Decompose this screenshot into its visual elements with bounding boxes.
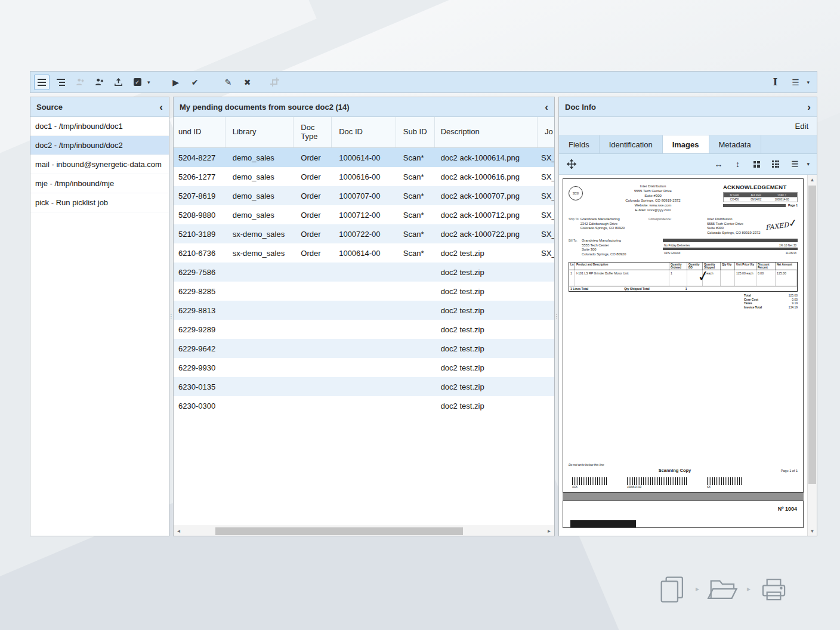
cell-doc-type [294,396,332,415]
cell-doc-id [332,262,396,282]
cell-inbound-id: 5207-8619 [174,186,226,205]
table-row[interactable]: 6229-8285 doc2 test.zip [174,282,554,301]
table-row[interactable]: 5210-3189 sx-demo_sales Order 1000722-00… [174,224,554,243]
cell-description: doc2 test.zip [435,243,538,262]
toolbar-left-group: ✓ ▾ ▶ ✔ ✎ ✖ [34,75,283,90]
fit-width-icon[interactable]: ↔ [712,158,724,171]
assign-check-icon[interactable]: ✓ [129,75,145,90]
table-row[interactable]: 6210-6736 sx-demo_sales Order 1000614-00… [174,243,554,262]
source-list-item[interactable]: doc1 - /tmp/inbound/doc1 [30,117,169,136]
detail-view-icon[interactable] [53,75,69,90]
scroll-left-icon[interactable]: ◄ [174,526,184,536]
cell-library: demo_sales [226,186,294,205]
cell-job: SX_ [538,148,554,167]
text-tool-icon[interactable]: I [767,75,783,90]
barcode: SX [707,477,742,489]
approve-icon[interactable]: ✔ [187,75,203,90]
documents-collapse-icon[interactable]: ‹ [545,102,548,112]
cell-doc-type: Order [294,224,332,243]
scroll-up-icon[interactable]: ▲ [808,175,817,184]
horizontal-scroll-thumb[interactable] [215,527,463,535]
table-row[interactable]: 5206-1277 demo_sales Order 1000616-00 Sc… [174,167,554,186]
column-header[interactable]: und ID [174,117,226,147]
table-row[interactable]: 6230-0300 doc2 test.zip [174,396,554,415]
tab[interactable]: Images [663,135,709,153]
table-row[interactable]: 5204-8227 demo_sales Order 1000614-00 Sc… [174,148,554,167]
image-menu-caret-icon[interactable]: ▾ [807,161,810,167]
column-header[interactable]: Doc Type [294,117,332,147]
table-row[interactable]: 6229-9930 doc2 test.zip [174,358,554,377]
column-header[interactable]: Jo [538,117,554,147]
cell-description: doc2 test.zip [435,358,538,377]
cell-description: doc2 test.zip [435,377,538,396]
documents-table-body: 5204-8227 demo_sales Order 1000614-00 Sc… [174,148,554,526]
source-item-label: mail - inbound@synergetic-data.com [35,160,162,169]
do-not-write-note: Do not write below this line [569,463,798,467]
remove-user-icon[interactable] [91,75,107,90]
documents-panel-header: My pending documents from source doc2 (1… [174,97,554,117]
cell-inbound-id: 6229-8813 [174,301,226,320]
source-collapse-icon[interactable]: ‹ [159,102,163,112]
scroll-right-icon[interactable]: ► [544,526,554,536]
vertical-scroll-thumb[interactable] [808,186,816,484]
table-row[interactable]: 5208-9880 demo_sales Order 1000712-00 Sc… [174,205,554,224]
cell-doc-id [332,377,396,396]
table-row[interactable]: 6229-9289 doc2 test.zip [174,320,554,339]
upload-icon[interactable] [110,75,126,90]
menu-caret-icon[interactable]: ▾ [807,79,810,85]
scroll-down-icon[interactable]: ▼ [808,526,817,536]
source-list-item[interactable]: mje - /tmp/inbound/mje [30,174,169,193]
bill-to-label: Bill To: [569,239,582,257]
edit-button[interactable]: Edit [795,122,808,131]
fit-height-icon[interactable]: ↕ [731,158,743,171]
cell-library [226,339,294,358]
edit-document-icon[interactable]: ✎ [221,75,236,90]
cell-doc-id [332,282,396,301]
source-list-item[interactable]: doc2 - /tmp/inbound/doc2 [30,136,169,155]
line-items-table: Ln Product and Description Quantity Orde… [569,262,798,292]
table-row[interactable]: 5207-8619 demo_sales Order 1000707-00 Sc… [174,186,554,205]
pan-move-icon[interactable] [564,156,579,172]
image-menu-icon[interactable]: ☰ [789,158,801,171]
cell-library [226,358,294,377]
table-row[interactable]: 6230-0135 doc2 test.zip [174,377,554,396]
source-item-label: mje - /tmp/inbound/mje [35,179,114,188]
source-list-item[interactable]: mail - inbound@synergetic-data.com [30,155,169,174]
column-header[interactable]: Doc ID [332,117,396,147]
cell-doc-type: Order [294,243,332,262]
horizontal-scrollbar[interactable]: ◄ ► [174,526,554,536]
run-icon[interactable]: ▶ [168,75,184,90]
terms: 1% 10 Net 30 [779,244,796,247]
routing-note: No Friday Deliveries [664,244,690,247]
cell-doc-id: 1000614-00 [332,243,396,262]
cell-inbound-id: 5206-1277 [174,167,226,186]
cell-sub-id [396,339,435,358]
page-separator [563,493,804,501]
vertical-scrollbar[interactable]: ▲ ▼ [807,175,817,536]
table-row[interactable]: 6229-9642 doc2 test.zip [174,339,554,358]
menu-icon[interactable]: ☰ [788,75,803,90]
cell-job [538,301,554,320]
cell-job [538,262,554,282]
table-row[interactable]: 6229-7586 doc2 test.zip [174,262,554,282]
list-view-icon[interactable] [34,75,50,90]
source-list-item[interactable]: pick - Run picklist job [30,193,169,212]
cell-job [538,396,554,415]
tab[interactable]: Identification [600,135,663,153]
grid-2x2-icon[interactable] [751,158,762,171]
doc-info-expand-icon[interactable]: › [807,102,811,112]
tab[interactable]: Metadata [709,135,761,153]
column-header[interactable]: Sub ID [396,117,435,147]
assign-caret-icon[interactable]: ▾ [147,79,150,85]
grid-3x3-icon[interactable] [770,158,782,171]
delete-icon[interactable]: ✖ [240,75,255,90]
tab[interactable]: Fields [559,135,600,153]
source-panel: Source ‹ doc1 - /tmp/inbound/doc1 doc2 -… [30,97,169,536]
column-header[interactable]: Library [226,117,294,147]
table-row[interactable]: 6229-8813 doc2 test.zip [174,301,554,320]
column-header[interactable]: Description [435,117,538,147]
routing-block: No Friday Deliveries 1% 10 Net 30 UPS Gr… [663,239,798,257]
documents-panel: My pending documents from source doc2 (1… [173,97,555,536]
image-preview-viewport[interactable]: SDSI Inter Distribution5555 Tech Center … [559,175,817,536]
cell-doc-id: 1000614-00 [332,148,396,167]
